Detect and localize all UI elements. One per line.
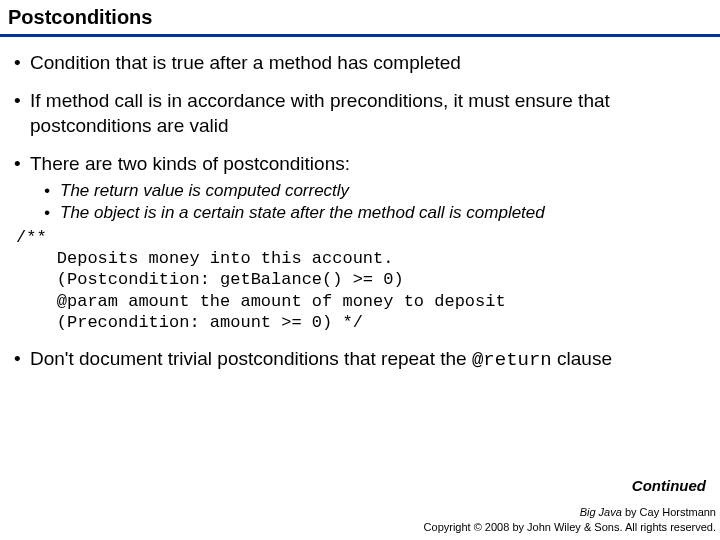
sub-bullets: The return value is computed correctly T…	[44, 180, 706, 223]
sub-bullet-item: The object is in a certain state after t…	[44, 202, 706, 223]
footer-line1: Big Java by Cay Horstmann	[424, 505, 716, 519]
code-block: /** Deposits money into this account. (P…	[16, 227, 706, 333]
slide-title: Postconditions	[8, 6, 712, 29]
footer: Big Java by Cay Horstmann Copyright © 20…	[424, 505, 716, 534]
bullet-text-pre: Don't document trivial postconditions th…	[30, 348, 472, 369]
continued-label: Continued	[632, 477, 706, 494]
main-bullets: Condition that is true after a method ha…	[14, 51, 706, 372]
bullet-text-post: clause	[552, 348, 612, 369]
bullet-text: There are two kinds of postconditions:	[30, 153, 350, 174]
footer-copyright: Copyright © 2008 by John Wiley & Sons. A…	[424, 520, 716, 534]
bullet-item: Don't document trivial postconditions th…	[14, 347, 706, 372]
slide-content: Condition that is true after a method ha…	[0, 37, 720, 372]
inline-code: @return	[472, 349, 552, 371]
title-bar: Postconditions	[0, 0, 720, 37]
author-byline: by Cay Horstmann	[622, 506, 716, 518]
book-title: Big Java	[580, 506, 622, 518]
sub-bullet-item: The return value is computed correctly	[44, 180, 706, 201]
bullet-item: There are two kinds of postconditions: T…	[14, 152, 706, 333]
bullet-item: If method call is in accordance with pre…	[14, 89, 706, 138]
bullet-item: Condition that is true after a method ha…	[14, 51, 706, 75]
